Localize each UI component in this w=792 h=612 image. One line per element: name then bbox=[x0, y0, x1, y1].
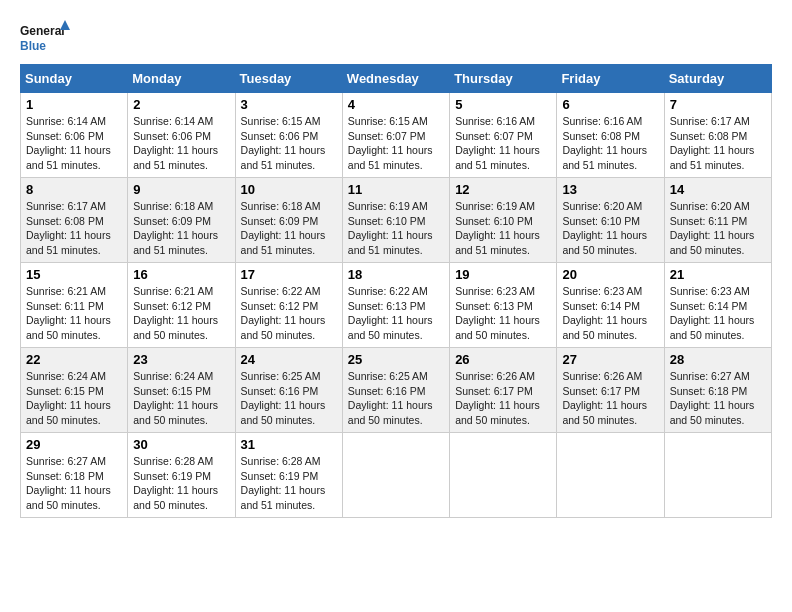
calendar-cell: 24Sunrise: 6:25 AMSunset: 6:16 PMDayligh… bbox=[235, 348, 342, 433]
calendar-cell bbox=[342, 433, 449, 518]
calendar-cell: 9Sunrise: 6:18 AMSunset: 6:09 PMDaylight… bbox=[128, 178, 235, 263]
calendar-cell: 5Sunrise: 6:16 AMSunset: 6:07 PMDaylight… bbox=[450, 93, 557, 178]
calendar-cell bbox=[557, 433, 664, 518]
day-info: Sunrise: 6:18 AMSunset: 6:09 PMDaylight:… bbox=[133, 199, 229, 258]
svg-text:General: General bbox=[20, 24, 65, 38]
calendar-cell: 28Sunrise: 6:27 AMSunset: 6:18 PMDayligh… bbox=[664, 348, 771, 433]
day-number: 2 bbox=[133, 97, 229, 112]
day-number: 18 bbox=[348, 267, 444, 282]
day-number: 8 bbox=[26, 182, 122, 197]
day-number: 26 bbox=[455, 352, 551, 367]
day-info: Sunrise: 6:21 AMSunset: 6:12 PMDaylight:… bbox=[133, 284, 229, 343]
calendar-cell: 12Sunrise: 6:19 AMSunset: 6:10 PMDayligh… bbox=[450, 178, 557, 263]
calendar-cell bbox=[450, 433, 557, 518]
day-info: Sunrise: 6:15 AMSunset: 6:07 PMDaylight:… bbox=[348, 114, 444, 173]
calendar-cell: 15Sunrise: 6:21 AMSunset: 6:11 PMDayligh… bbox=[21, 263, 128, 348]
day-info: Sunrise: 6:14 AMSunset: 6:06 PMDaylight:… bbox=[26, 114, 122, 173]
day-info: Sunrise: 6:26 AMSunset: 6:17 PMDaylight:… bbox=[455, 369, 551, 428]
weekday-header-wednesday: Wednesday bbox=[342, 65, 449, 93]
weekday-header-friday: Friday bbox=[557, 65, 664, 93]
day-info: Sunrise: 6:24 AMSunset: 6:15 PMDaylight:… bbox=[26, 369, 122, 428]
weekday-header-sunday: Sunday bbox=[21, 65, 128, 93]
day-info: Sunrise: 6:18 AMSunset: 6:09 PMDaylight:… bbox=[241, 199, 337, 258]
day-info: Sunrise: 6:21 AMSunset: 6:11 PMDaylight:… bbox=[26, 284, 122, 343]
calendar-cell: 22Sunrise: 6:24 AMSunset: 6:15 PMDayligh… bbox=[21, 348, 128, 433]
day-info: Sunrise: 6:25 AMSunset: 6:16 PMDaylight:… bbox=[348, 369, 444, 428]
day-number: 30 bbox=[133, 437, 229, 452]
calendar-cell: 17Sunrise: 6:22 AMSunset: 6:12 PMDayligh… bbox=[235, 263, 342, 348]
calendar-cell: 2Sunrise: 6:14 AMSunset: 6:06 PMDaylight… bbox=[128, 93, 235, 178]
day-info: Sunrise: 6:24 AMSunset: 6:15 PMDaylight:… bbox=[133, 369, 229, 428]
day-info: Sunrise: 6:16 AMSunset: 6:08 PMDaylight:… bbox=[562, 114, 658, 173]
calendar-cell: 13Sunrise: 6:20 AMSunset: 6:10 PMDayligh… bbox=[557, 178, 664, 263]
day-info: Sunrise: 6:14 AMSunset: 6:06 PMDaylight:… bbox=[133, 114, 229, 173]
day-number: 14 bbox=[670, 182, 766, 197]
calendar-cell: 23Sunrise: 6:24 AMSunset: 6:15 PMDayligh… bbox=[128, 348, 235, 433]
calendar-cell: 14Sunrise: 6:20 AMSunset: 6:11 PMDayligh… bbox=[664, 178, 771, 263]
day-info: Sunrise: 6:20 AMSunset: 6:11 PMDaylight:… bbox=[670, 199, 766, 258]
weekday-header-row: SundayMondayTuesdayWednesdayThursdayFrid… bbox=[21, 65, 772, 93]
day-number: 12 bbox=[455, 182, 551, 197]
day-info: Sunrise: 6:23 AMSunset: 6:14 PMDaylight:… bbox=[562, 284, 658, 343]
weekday-header-saturday: Saturday bbox=[664, 65, 771, 93]
day-info: Sunrise: 6:23 AMSunset: 6:14 PMDaylight:… bbox=[670, 284, 766, 343]
calendar-cell: 7Sunrise: 6:17 AMSunset: 6:08 PMDaylight… bbox=[664, 93, 771, 178]
day-number: 27 bbox=[562, 352, 658, 367]
day-number: 23 bbox=[133, 352, 229, 367]
calendar-cell: 25Sunrise: 6:25 AMSunset: 6:16 PMDayligh… bbox=[342, 348, 449, 433]
calendar-week-row-4: 22Sunrise: 6:24 AMSunset: 6:15 PMDayligh… bbox=[21, 348, 772, 433]
weekday-header-monday: Monday bbox=[128, 65, 235, 93]
calendar-cell: 4Sunrise: 6:15 AMSunset: 6:07 PMDaylight… bbox=[342, 93, 449, 178]
day-number: 17 bbox=[241, 267, 337, 282]
calendar-cell: 29Sunrise: 6:27 AMSunset: 6:18 PMDayligh… bbox=[21, 433, 128, 518]
day-info: Sunrise: 6:25 AMSunset: 6:16 PMDaylight:… bbox=[241, 369, 337, 428]
day-number: 11 bbox=[348, 182, 444, 197]
svg-text:Blue: Blue bbox=[20, 39, 46, 53]
day-number: 24 bbox=[241, 352, 337, 367]
day-number: 6 bbox=[562, 97, 658, 112]
day-info: Sunrise: 6:28 AMSunset: 6:19 PMDaylight:… bbox=[133, 454, 229, 513]
calendar-week-row-5: 29Sunrise: 6:27 AMSunset: 6:18 PMDayligh… bbox=[21, 433, 772, 518]
weekday-header-tuesday: Tuesday bbox=[235, 65, 342, 93]
day-info: Sunrise: 6:19 AMSunset: 6:10 PMDaylight:… bbox=[455, 199, 551, 258]
day-number: 16 bbox=[133, 267, 229, 282]
day-number: 10 bbox=[241, 182, 337, 197]
calendar-cell: 8Sunrise: 6:17 AMSunset: 6:08 PMDaylight… bbox=[21, 178, 128, 263]
day-info: Sunrise: 6:15 AMSunset: 6:06 PMDaylight:… bbox=[241, 114, 337, 173]
calendar-week-row-2: 8Sunrise: 6:17 AMSunset: 6:08 PMDaylight… bbox=[21, 178, 772, 263]
day-number: 21 bbox=[670, 267, 766, 282]
weekday-header-thursday: Thursday bbox=[450, 65, 557, 93]
calendar-cell: 31Sunrise: 6:28 AMSunset: 6:19 PMDayligh… bbox=[235, 433, 342, 518]
day-number: 1 bbox=[26, 97, 122, 112]
day-number: 4 bbox=[348, 97, 444, 112]
calendar-cell: 1Sunrise: 6:14 AMSunset: 6:06 PMDaylight… bbox=[21, 93, 128, 178]
day-info: Sunrise: 6:16 AMSunset: 6:07 PMDaylight:… bbox=[455, 114, 551, 173]
day-number: 13 bbox=[562, 182, 658, 197]
day-number: 28 bbox=[670, 352, 766, 367]
day-info: Sunrise: 6:19 AMSunset: 6:10 PMDaylight:… bbox=[348, 199, 444, 258]
day-info: Sunrise: 6:28 AMSunset: 6:19 PMDaylight:… bbox=[241, 454, 337, 513]
calendar-cell: 6Sunrise: 6:16 AMSunset: 6:08 PMDaylight… bbox=[557, 93, 664, 178]
logo: General Blue bbox=[20, 20, 70, 54]
day-number: 20 bbox=[562, 267, 658, 282]
day-number: 7 bbox=[670, 97, 766, 112]
day-number: 29 bbox=[26, 437, 122, 452]
day-info: Sunrise: 6:26 AMSunset: 6:17 PMDaylight:… bbox=[562, 369, 658, 428]
day-info: Sunrise: 6:27 AMSunset: 6:18 PMDaylight:… bbox=[670, 369, 766, 428]
day-info: Sunrise: 6:17 AMSunset: 6:08 PMDaylight:… bbox=[670, 114, 766, 173]
day-number: 19 bbox=[455, 267, 551, 282]
calendar-cell: 26Sunrise: 6:26 AMSunset: 6:17 PMDayligh… bbox=[450, 348, 557, 433]
header: General Blue bbox=[20, 20, 772, 54]
logo-svg: General Blue bbox=[20, 20, 70, 54]
day-number: 3 bbox=[241, 97, 337, 112]
day-number: 15 bbox=[26, 267, 122, 282]
day-info: Sunrise: 6:22 AMSunset: 6:13 PMDaylight:… bbox=[348, 284, 444, 343]
calendar-cell: 30Sunrise: 6:28 AMSunset: 6:19 PMDayligh… bbox=[128, 433, 235, 518]
calendar-week-row-1: 1Sunrise: 6:14 AMSunset: 6:06 PMDaylight… bbox=[21, 93, 772, 178]
calendar-cell: 21Sunrise: 6:23 AMSunset: 6:14 PMDayligh… bbox=[664, 263, 771, 348]
day-number: 9 bbox=[133, 182, 229, 197]
calendar-cell: 3Sunrise: 6:15 AMSunset: 6:06 PMDaylight… bbox=[235, 93, 342, 178]
calendar-cell: 27Sunrise: 6:26 AMSunset: 6:17 PMDayligh… bbox=[557, 348, 664, 433]
calendar-cell: 19Sunrise: 6:23 AMSunset: 6:13 PMDayligh… bbox=[450, 263, 557, 348]
day-number: 5 bbox=[455, 97, 551, 112]
